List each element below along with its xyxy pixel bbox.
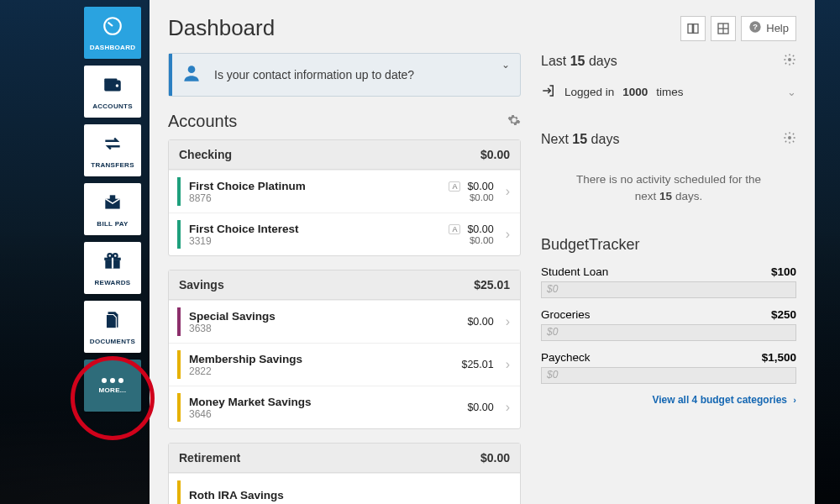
sidebar: DASHBOARD ACCOUNTS TRANSFERS BILL PAY RE…: [84, 7, 141, 412]
account-balance-secondary: $0.00: [435, 192, 494, 202]
account-info: Roth IRA Savings: [189, 489, 510, 501]
gauge-icon: [102, 15, 123, 40]
sidebar-item-rewards[interactable]: REWARDS: [84, 242, 141, 294]
sidebar-item-accounts[interactable]: ACCOUNTS: [84, 66, 141, 118]
text: 15: [659, 190, 672, 202]
sidebar-item-billpay[interactable]: BILL PAY: [84, 183, 141, 235]
sidebar-item-label: REWARDS: [95, 279, 131, 286]
account-name: First Choice Interest: [189, 223, 427, 235]
account-group-checking: Checking $0.00 First Choice Platinum 887…: [168, 139, 521, 256]
account-amounts: A$0.00 $0.00: [435, 223, 494, 245]
chevron-right-icon: ›: [506, 184, 510, 199]
help-icon: ?: [748, 20, 762, 36]
group-total: $0.00: [480, 451, 510, 465]
sidebar-item-label: DOCUMENTS: [90, 338, 135, 345]
text: next: [635, 190, 657, 202]
help-button[interactable]: ? Help: [741, 16, 796, 41]
account-number: 3646: [189, 408, 427, 420]
text: 15: [570, 54, 585, 68]
gear-icon[interactable]: [783, 131, 796, 148]
budget-bar[interactable]: $0: [541, 281, 796, 298]
sidebar-item-transfers[interactable]: TRANSFERS: [84, 124, 141, 176]
group-total: $0.00: [480, 148, 510, 161]
account-name: Roth IRA Savings: [189, 489, 510, 501]
alert-tag: A: [449, 181, 460, 192]
account-row[interactable]: Special Savings 3638 $0.00 ›: [169, 300, 520, 343]
text: Last: [541, 54, 566, 68]
account-row[interactable]: First Choice Platinum 8876 A$0.00 $0.00 …: [169, 170, 520, 213]
color-strip: [177, 307, 181, 336]
main-panel: Dashboard ? Help Is your contact: [150, 0, 815, 504]
color-strip: [177, 177, 181, 206]
text: days: [591, 132, 620, 146]
page-title: Dashboard: [168, 15, 275, 41]
svg-point-9: [108, 254, 112, 258]
budget-item: Student Loan $100 $0: [541, 265, 796, 298]
group-head: Savings $25.01: [169, 270, 520, 300]
sidebar-item-more[interactable]: MORE...: [84, 360, 141, 412]
budget-item: Paycheck $1,500 $0: [541, 351, 796, 384]
gear-icon[interactable]: [507, 113, 521, 130]
budget-amount: $1,500: [762, 351, 796, 364]
account-amounts: A$0.00 $0.00: [435, 181, 494, 202]
svg-rect-2: [104, 78, 117, 81]
account-balance: $0.00: [467, 181, 493, 192]
accounts-title: Accounts: [168, 112, 237, 131]
login-count-row[interactable]: Logged in 1000 times ⌄: [541, 78, 796, 106]
account-number: 8876: [189, 192, 427, 204]
sidebar-item-label: ACCOUNTS: [92, 102, 133, 110]
text: There is no activity scheduled for the: [576, 173, 761, 186]
chevron-down-icon: ⌄: [501, 59, 510, 71]
svg-rect-12: [694, 24, 698, 33]
left-column: Is your contact information up to date? …: [168, 53, 521, 504]
account-group-retirement: Retirement $0.00 Roth IRA Savings: [168, 443, 521, 504]
text: days: [589, 54, 617, 68]
documents-icon: [102, 309, 123, 334]
group-name: Savings: [179, 278, 224, 291]
text: 15: [572, 132, 587, 146]
account-name: Money Market Savings: [189, 396, 427, 408]
sidebar-item-label: TRANSFERS: [91, 161, 134, 169]
budget-label: Student Loan: [541, 265, 608, 278]
account-info: First Choice Platinum 8876: [189, 180, 427, 204]
login-icon: [541, 83, 556, 101]
account-amounts: $25.01: [435, 359, 494, 370]
account-row[interactable]: Money Market Savings 3646 $0.00 ›: [169, 386, 520, 428]
budget-amount: $100: [771, 265, 796, 278]
info-bar-message: Is your contact information up to date?: [214, 68, 414, 81]
text: times: [656, 86, 683, 98]
layout-columns-button[interactable]: [680, 16, 706, 41]
last-days-label: Last 15 days: [541, 54, 617, 69]
view-all-budgets-link[interactable]: View all 4 budget categories ›: [541, 394, 796, 406]
chevron-right-icon: ›: [506, 227, 510, 242]
budget-item: Groceries $250 $0: [541, 308, 796, 341]
account-number: 2822: [189, 365, 427, 377]
right-column: Last 15 days Logged in 1000 times ⌄: [541, 53, 796, 504]
color-strip: [177, 350, 181, 379]
text: View all 4 budget categories: [652, 394, 787, 406]
sidebar-item-documents[interactable]: DOCUMENTS: [84, 301, 141, 353]
account-info: Special Savings 3638: [189, 310, 427, 334]
gear-icon[interactable]: [783, 53, 796, 70]
account-info: Membership Savings 2822: [189, 353, 427, 377]
sidebar-item-label: MORE...: [99, 386, 127, 394]
sidebar-item-dashboard[interactable]: DASHBOARD: [84, 7, 141, 59]
chevron-right-icon: ›: [506, 400, 510, 415]
svg-point-18: [188, 66, 196, 73]
budget-bar[interactable]: $0: [541, 367, 796, 384]
group-name: Checking: [179, 148, 232, 161]
more-icon: [102, 378, 123, 383]
account-amounts: $0.00: [435, 402, 494, 413]
account-balance: $0.00: [467, 402, 493, 413]
account-name: First Choice Platinum: [189, 180, 427, 192]
layout-grid-button[interactable]: [711, 16, 736, 41]
account-group-savings: Savings $25.01 Special Savings 3638 $0.0…: [168, 270, 521, 429]
svg-point-3: [116, 84, 118, 87]
account-row[interactable]: First Choice Interest 3319 A$0.00 $0.00 …: [169, 213, 520, 255]
account-info: First Choice Interest 3319: [189, 223, 427, 247]
info-bar[interactable]: Is your contact information up to date? …: [168, 53, 521, 97]
account-row[interactable]: Membership Savings 2822 $25.01 ›: [169, 343, 520, 386]
chevron-down-icon: ⌄: [787, 86, 796, 98]
account-row[interactable]: Roth IRA Savings: [169, 473, 520, 504]
budget-bar[interactable]: $0: [541, 324, 796, 341]
